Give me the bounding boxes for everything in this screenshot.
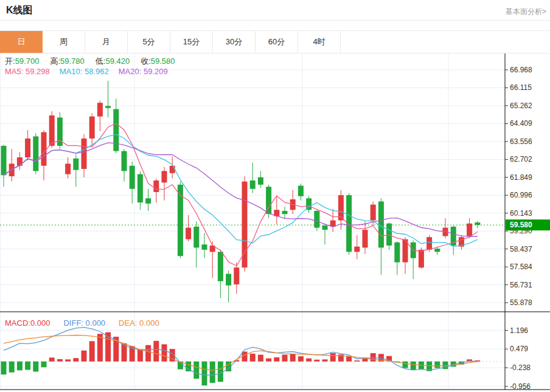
tab-3[interactable]: 5分 bbox=[128, 31, 170, 53]
tab-1[interactable]: 周 bbox=[43, 31, 85, 53]
macd-bar bbox=[65, 359, 71, 361]
period-tab-bar: 日周月5分15分30分60分4时 bbox=[0, 30, 550, 53]
ma5-label: MA5: bbox=[5, 67, 23, 76]
candle-body bbox=[89, 117, 95, 139]
candle-body bbox=[170, 166, 175, 173]
macd-bar bbox=[202, 362, 207, 385]
macd-bar bbox=[266, 359, 271, 362]
y-axis-label: 64.409 bbox=[510, 119, 532, 128]
macd-bar bbox=[57, 359, 63, 362]
macd-label: MACD: bbox=[5, 318, 30, 328]
ma20-label: MA20: bbox=[119, 67, 142, 76]
macd-bar bbox=[33, 362, 38, 372]
kline-widget: K线图 基本面分析> 日周月5分15分30分60分4时 66.96866.115… bbox=[0, 0, 550, 392]
y-axis-label: 63.556 bbox=[510, 137, 532, 146]
ma-readout: MA5: 59.298 MA10: 58.962 MA20: 59.209 bbox=[5, 67, 178, 76]
candle-body bbox=[426, 237, 432, 250]
y-axis-label: 60.996 bbox=[510, 191, 532, 199]
macd-bar bbox=[17, 362, 23, 371]
tab-0[interactable]: 日 bbox=[0, 31, 43, 53]
candle-body bbox=[41, 132, 47, 166]
y-axis-label: 55.878 bbox=[510, 298, 532, 307]
macd-bar bbox=[298, 356, 304, 362]
candle-body bbox=[122, 151, 127, 171]
macd-readout: MACD:0.000 DIFF: 0.000 DEA: 0.000 bbox=[5, 318, 173, 328]
candle-body bbox=[162, 171, 167, 182]
candle-body bbox=[138, 174, 143, 203]
candle-body bbox=[234, 267, 239, 284]
candle-body bbox=[242, 182, 248, 268]
candle-body bbox=[25, 139, 30, 157]
macd-value: 0.000 bbox=[30, 318, 50, 328]
candle-body bbox=[371, 205, 376, 221]
candle-body bbox=[73, 159, 78, 170]
macd-bar bbox=[403, 362, 408, 368]
candle-body bbox=[33, 136, 38, 171]
y-axis-label: 66.115 bbox=[510, 83, 532, 92]
candle-body bbox=[419, 250, 424, 267]
candle-body bbox=[282, 211, 288, 214]
macd-bar bbox=[193, 362, 199, 379]
candle-body bbox=[258, 177, 263, 185]
macd-bar bbox=[1, 362, 7, 374]
candle-body bbox=[97, 103, 103, 116]
close-value: 59.580 bbox=[151, 57, 175, 66]
macd-bar bbox=[9, 362, 15, 373]
ma10-line bbox=[4, 134, 478, 247]
macd-bar bbox=[282, 355, 288, 362]
chart-area[interactable]: 66.96866.11565.26264.40963.55662.70261.8… bbox=[0, 53, 550, 392]
candle-body bbox=[434, 249, 440, 252]
candle-body bbox=[82, 139, 87, 169]
chart-svg: 66.96866.11565.26264.40963.55662.70261.8… bbox=[0, 53, 550, 392]
candle-body bbox=[9, 163, 15, 176]
ohlc-readout: 开:59.700 高:59.780 低:59.420 收:59.580 bbox=[5, 56, 186, 67]
candle-body bbox=[145, 198, 151, 204]
tab-6[interactable]: 60分 bbox=[256, 31, 298, 53]
low-value: 59.420 bbox=[105, 57, 130, 66]
candle-body bbox=[330, 221, 336, 227]
macd-bar bbox=[73, 358, 78, 362]
high-label: 高: bbox=[50, 57, 60, 66]
macd-bar bbox=[306, 359, 312, 362]
candle-body bbox=[49, 115, 55, 146]
candle-body bbox=[130, 166, 135, 189]
macd-bar bbox=[49, 357, 55, 361]
y-axis-label: -0.238 bbox=[510, 363, 531, 372]
tab-5[interactable]: 30分 bbox=[213, 31, 256, 53]
tab-4[interactable]: 15分 bbox=[170, 31, 213, 53]
candle-body bbox=[226, 274, 231, 286]
macd-bar bbox=[411, 362, 416, 370]
tab-7[interactable]: 4时 bbox=[298, 31, 341, 53]
fundamental-analysis-link[interactable]: 基本面分析> bbox=[506, 7, 546, 17]
page-title: K线图 bbox=[6, 4, 33, 17]
candle-body bbox=[298, 186, 304, 196]
candle-body bbox=[105, 106, 111, 108]
candle-body bbox=[378, 201, 384, 247]
diff-label: DIFF: bbox=[63, 318, 83, 328]
tab-2[interactable]: 月 bbox=[85, 31, 128, 53]
y-axis-label: -0.956 bbox=[510, 382, 531, 391]
high-value: 59.780 bbox=[60, 57, 85, 66]
candle-body bbox=[354, 247, 360, 252]
candle-body bbox=[17, 157, 23, 166]
macd-bar bbox=[314, 360, 319, 362]
macd-bar bbox=[258, 355, 263, 362]
macd-bar bbox=[138, 349, 143, 362]
candle-body bbox=[202, 244, 207, 250]
y-axis-label: 61.849 bbox=[510, 173, 532, 182]
candle-body bbox=[1, 146, 7, 175]
macd-bar bbox=[41, 362, 47, 367]
macd-bar bbox=[82, 351, 87, 362]
last-price-badge-text: 59.580 bbox=[510, 221, 532, 229]
ma10-label: MA10: bbox=[60, 67, 83, 76]
candle-body bbox=[250, 181, 256, 189]
candle-body bbox=[113, 109, 119, 151]
candle-body bbox=[475, 222, 480, 225]
y-axis-label: 60.143 bbox=[510, 209, 532, 218]
macd-bar bbox=[322, 359, 328, 361]
candle-body bbox=[394, 242, 400, 263]
y-axis-label: 58.437 bbox=[510, 245, 532, 253]
header-divider bbox=[0, 20, 550, 21]
macd-bar bbox=[153, 341, 159, 362]
ma5-value: 59.298 bbox=[26, 67, 50, 76]
